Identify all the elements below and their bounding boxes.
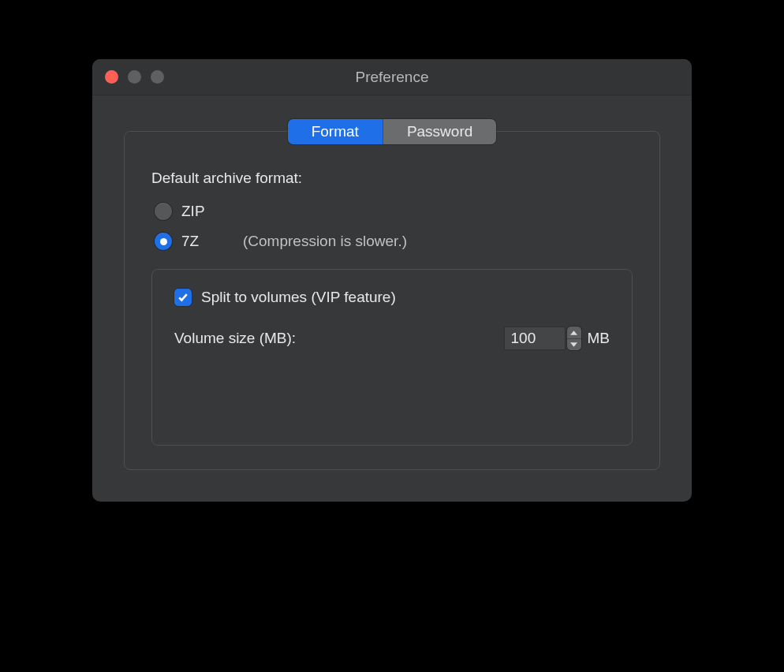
split-checkbox-label: Split to volumes (VIP feature) bbox=[201, 289, 396, 306]
radio-7z[interactable] bbox=[155, 233, 172, 250]
format-panel: Default archive format: ZIP 7Z (Compress… bbox=[124, 131, 660, 470]
close-button[interactable] bbox=[105, 70, 118, 84]
window-content: Format Password Default archive format: … bbox=[92, 95, 692, 502]
chevron-up-icon bbox=[570, 330, 577, 335]
stepper-down[interactable] bbox=[567, 338, 581, 350]
window-controls bbox=[92, 70, 164, 84]
volume-size-input[interactable]: 100 bbox=[504, 327, 566, 350]
check-icon bbox=[177, 292, 189, 303]
minimize-button[interactable] bbox=[128, 70, 141, 84]
maximize-button[interactable] bbox=[151, 70, 164, 84]
default-format-label: Default archive format: bbox=[151, 170, 633, 187]
tab-password[interactable]: Password bbox=[383, 119, 496, 144]
volume-size-unit: MB bbox=[588, 330, 610, 347]
split-volumes-panel: Split to volumes (VIP feature) Volume si… bbox=[151, 269, 633, 446]
split-checkbox[interactable] bbox=[174, 289, 192, 306]
volume-size-stepper bbox=[567, 327, 581, 350]
volume-size-label: Volume size (MB): bbox=[174, 330, 504, 347]
radio-zip[interactable] bbox=[155, 203, 172, 220]
radio-zip-label: ZIP bbox=[181, 203, 215, 220]
window-title: Preference bbox=[92, 69, 692, 86]
tab-format[interactable]: Format bbox=[288, 119, 383, 144]
volume-size-row: Volume size (MB): 100 MB bbox=[174, 327, 610, 350]
stepper-up[interactable] bbox=[567, 327, 581, 338]
tabs: Format Password bbox=[288, 119, 497, 144]
chevron-down-icon bbox=[570, 342, 577, 347]
radio-zip-row[interactable]: ZIP bbox=[155, 203, 633, 220]
preference-window: Preference Format Password Default archi… bbox=[92, 59, 692, 502]
titlebar: Preference bbox=[92, 59, 692, 95]
split-checkbox-row[interactable]: Split to volumes (VIP feature) bbox=[174, 289, 610, 306]
radio-7z-row[interactable]: 7Z (Compression is slower.) bbox=[155, 233, 633, 250]
radio-7z-hint: (Compression is slower.) bbox=[243, 233, 407, 250]
radio-7z-label: 7Z bbox=[181, 233, 215, 250]
